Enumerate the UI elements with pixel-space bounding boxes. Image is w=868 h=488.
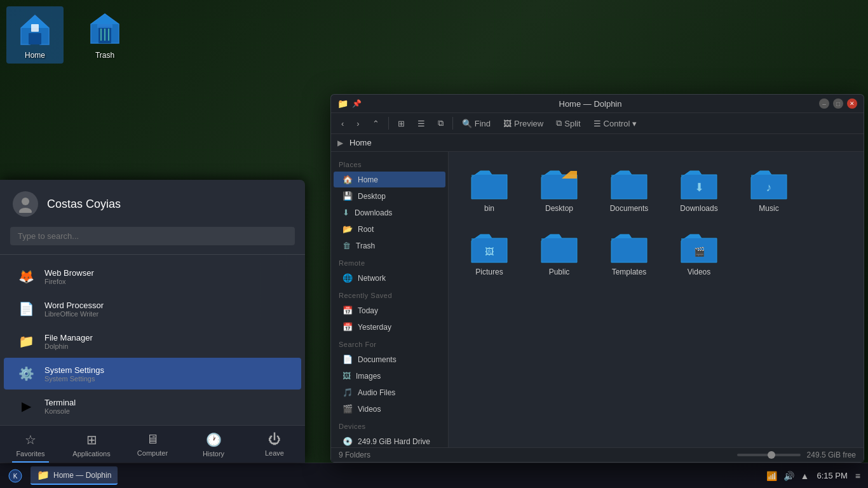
sidebar-home[interactable]: 🏠 Home: [334, 172, 445, 187]
dolphin-control-button[interactable]: ☰ Control ▾: [588, 116, 642, 131]
app-name-terminal: Terminal: [44, 398, 76, 407]
breadcrumb-arrow: ▶: [337, 139, 343, 147]
dolphin-back-button[interactable]: ‹: [336, 116, 349, 131]
svg-point-7: [22, 198, 29, 205]
sidebar-network[interactable]: 🌐 Network: [334, 270, 445, 286]
app-icon-terminal: ▶: [15, 395, 37, 417]
dolphin-details-view-button[interactable]: ☰: [412, 116, 430, 131]
dolphin-maximize-button[interactable]: □: [833, 98, 843, 109]
sidebar-devices-container: 💿 249.9 GiB Hard Drive 💿 40.0 GiB Hard D…: [331, 433, 448, 447]
sidebar-downloads[interactable]: ⬇ Downloads: [334, 205, 445, 220]
file-label-desktop: Desktop: [545, 204, 573, 213]
sidebar-places-container: 🏠 Home 💾 Desktop ⬇ Downloads 📂 Root 🗑 Tr…: [331, 172, 448, 254]
sidebar-icon-trash: 🗑: [342, 241, 351, 250]
sidebar-icon-hdd1: 💿: [342, 437, 353, 446]
file-item-pictures[interactable]: 🖼 Pictures: [458, 224, 521, 281]
file-label-templates: Templates: [612, 268, 647, 276]
sidebar-documents[interactable]: 📄 Documents: [334, 351, 445, 367]
sidebar-hdd1[interactable]: 💿 249.9 GiB Hard Drive: [334, 433, 445, 447]
wifi-icon[interactable]: 📶: [766, 471, 777, 481]
app-name-web-browser: Web Browser: [44, 268, 94, 278]
taskbar-launcher-button[interactable]: K: [5, 466, 25, 486]
file-item-public[interactable]: Public: [527, 224, 591, 281]
file-label-documents: Documents: [610, 204, 649, 213]
app-subtitle-word-processor: LibreOffice Writer: [44, 310, 104, 318]
desktop-icon-trash[interactable]: Trash: [76, 6, 133, 64]
file-item-desktop[interactable]: Desktop: [527, 161, 591, 218]
dolphin-find-button[interactable]: 🔍 Find: [457, 116, 496, 131]
dolphin-split-view-button[interactable]: ⧉: [433, 116, 449, 131]
volume-icon[interactable]: 🔊: [783, 471, 794, 481]
dolphin-preview-button[interactable]: 🖼 Preview: [498, 116, 548, 131]
sidebar-icon-root: 📂: [342, 224, 353, 234]
folder-icon-videos: 🎬: [679, 229, 719, 265]
svg-point-8: [19, 208, 32, 213]
svg-rect-1: [31, 24, 39, 32]
slider-thumb: [768, 451, 775, 459]
launcher-nav-computer[interactable]: 🖥 Computer: [122, 426, 183, 463]
app-icon-word-processor: 📄: [15, 298, 37, 320]
sidebar-root[interactable]: 📂 Root: [334, 221, 445, 237]
svg-text:K: K: [13, 473, 18, 480]
taskbar-clock: 6:15 PM: [817, 471, 847, 480]
app-launcher: Costas Coyias 🦊 Web Browser Firefox 📄 Wo…: [0, 180, 305, 463]
dolphin-titlebar: 📁 📌 Home — Dolphin – □ ✕: [331, 95, 864, 113]
launcher-nav-leave[interactable]: ⏻ Leave: [244, 426, 305, 463]
file-item-bin[interactable]: bin: [458, 161, 521, 218]
launcher-nav-favorites[interactable]: ☆ Favorites: [0, 426, 61, 463]
sidebar-desktop[interactable]: 💾 Desktop: [334, 188, 445, 204]
launcher-app-web-browser[interactable]: 🦊 Web Browser Firefox: [4, 261, 301, 292]
launcher-app-system-settings[interactable]: ⚙️ System Settings System Settings: [4, 358, 301, 390]
free-space-text: 249.5 GiB free: [807, 451, 856, 459]
taskbar-dolphin-title: Home — Dolphin: [53, 471, 111, 480]
dolphin-icons-view-button[interactable]: ⊞: [393, 116, 410, 131]
zoom-slider[interactable]: [737, 454, 801, 456]
battery-icon[interactable]: ▲: [801, 471, 810, 481]
dolphin-control-label: Control: [604, 119, 630, 128]
file-item-downloads[interactable]: ⬇ Downloads: [667, 161, 731, 218]
file-item-documents[interactable]: Documents: [597, 161, 661, 218]
nav-icon-favorites: ☆: [25, 432, 36, 447]
dolphin-minimize-button[interactable]: –: [819, 98, 829, 109]
desktop-icon-home[interactable]: Home: [6, 6, 64, 64]
sidebar-today[interactable]: 📅 Today: [334, 302, 445, 318]
sidebar-audio-files[interactable]: 🎵 Audio Files: [334, 384, 445, 400]
dolphin-toolbar: ‹ › ⌃ ⊞ ☰ ⧉ 🔍 Find 🖼 Preview ⧉ Split ☰ C…: [331, 113, 864, 134]
search-for-section-label: Search For: [331, 336, 448, 351]
file-item-templates[interactable]: Templates: [597, 224, 661, 281]
sidebar-icon-downloads: ⬇: [342, 208, 349, 217]
nav-icon-computer: 🖥: [146, 432, 159, 447]
sidebar-icon-audio-files: 🎵: [342, 388, 353, 397]
launcher-nav-applications[interactable]: ⊞ Applications: [61, 426, 122, 463]
launcher-apps-list: 🦊 Web Browser Firefox 📄 Word Processor L…: [0, 257, 305, 425]
taskbar-dolphin-app[interactable]: 📁 Home — Dolphin: [31, 466, 118, 485]
dolphin-split-button[interactable]: ⧉ Split: [551, 116, 585, 131]
status-folders-text: 9 Folders: [339, 451, 370, 459]
sidebar-videos[interactable]: 🎬 Videos: [334, 401, 445, 417]
breadcrumb-home[interactable]: Home: [346, 137, 376, 149]
launcher-app-file-manager[interactable]: 📁 File Manager Dolphin: [4, 325, 301, 357]
launcher-app-terminal[interactable]: ▶ Terminal Konsole: [4, 390, 301, 422]
folder-icon-bin: [469, 166, 510, 201]
taskbar-hamburger-icon[interactable]: ≡: [855, 471, 860, 481]
file-item-music[interactable]: ♪ Music: [737, 161, 801, 218]
sidebar-yesterday[interactable]: 📅 Yesterday: [334, 319, 445, 335]
app-subtitle-terminal: Konsole: [44, 407, 76, 415]
folder-icon-music: ♪: [749, 166, 789, 201]
remote-section-label: Remote: [331, 254, 448, 269]
sidebar-trash[interactable]: 🗑 Trash: [334, 238, 445, 254]
dolphin-window: 📁 📌 Home — Dolphin – □ ✕ ‹ › ⌃ ⊞ ☰ ⧉ 🔍 F…: [330, 94, 864, 463]
launcher-nav-history[interactable]: 🕐 History: [183, 426, 244, 463]
home-folder-icon: [16, 10, 54, 48]
sidebar-search-for-container: 📄 Documents 🖼 Images 🎵 Audio Files 🎬 Vid…: [331, 351, 448, 417]
dolphin-close-button[interactable]: ✕: [847, 98, 857, 109]
launcher-search-input[interactable]: [10, 227, 295, 245]
dolphin-forward-button[interactable]: ›: [351, 116, 364, 131]
sidebar-images[interactable]: 🖼 Images: [334, 368, 445, 384]
trash-folder-icon: [86, 10, 124, 48]
launcher-app-word-processor[interactable]: 📄 Word Processor LibreOffice Writer: [4, 293, 301, 325]
dolphin-up-button[interactable]: ⌃: [367, 116, 384, 131]
file-label-videos: Videos: [688, 268, 710, 276]
file-item-videos[interactable]: 🎬 Videos: [667, 224, 731, 281]
file-grid: bin Desktop Documents ⬇ Downloads ♪ Musi…: [458, 161, 855, 281]
